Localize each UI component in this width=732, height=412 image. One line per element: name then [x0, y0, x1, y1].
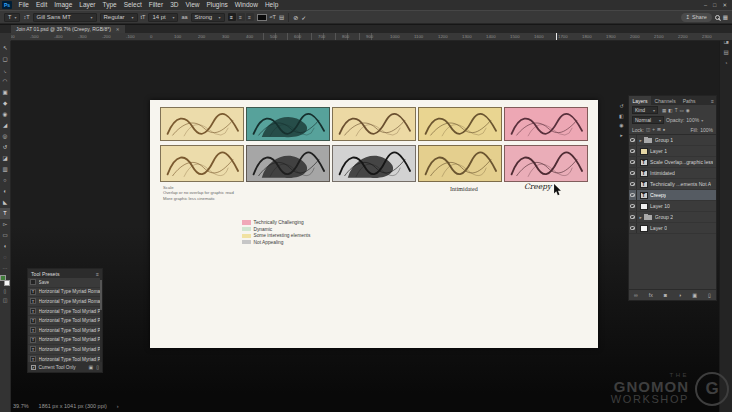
zoom-tool[interactable]: ◌ [0, 252, 10, 263]
collapsed-actions-panel-icon[interactable]: ▸ [620, 132, 623, 138]
current-tool-only-checkbox[interactable]: ✓ [31, 365, 36, 370]
tool-preset-row[interactable]: THorizontal Type Tool Myriad Pro R... [28, 326, 102, 336]
blur-tool[interactable]: ○ [0, 175, 10, 186]
path-selection-tool[interactable]: ▻ [0, 219, 10, 230]
eraser-tool[interactable]: ◪ [0, 153, 10, 164]
visibility-toggle[interactable] [629, 168, 637, 178]
font-size-select[interactable]: 14 pt ▾ [148, 13, 178, 22]
delete-preset-icon[interactable]: ▯ [96, 364, 99, 370]
marquee-tool[interactable]: ▢ [0, 54, 10, 65]
delete-layer-icon[interactable]: ▯ [708, 292, 711, 298]
tool-preset-row[interactable]: Save [28, 278, 102, 288]
dodge-tool[interactable]: ◐ [0, 186, 10, 197]
text-color-swatch[interactable] [257, 14, 267, 21]
zoom-level[interactable]: 39.7% [13, 403, 29, 409]
font-style-select[interactable]: Regular ▾ [100, 13, 138, 22]
status-chevron-icon[interactable]: › [117, 403, 119, 409]
brush-tool[interactable]: ◢ [0, 120, 10, 131]
align-left-button[interactable]: ≡ [228, 13, 236, 21]
menu-view[interactable]: View [182, 0, 203, 10]
layer-filter-select[interactable]: Kind ▾ [632, 106, 658, 114]
workspace-switcher-icon[interactable]: ▦ [723, 14, 728, 20]
menu-select[interactable]: Select [120, 0, 145, 10]
tool-preset-row[interactable]: THorizontal Type Tool Myriad Pro R... [28, 336, 102, 346]
document-canvas[interactable]: ScaleOverlap or no overlap for graphic r… [150, 100, 598, 348]
lock-pixels-icon[interactable]: + [652, 127, 655, 132]
healing-brush-tool[interactable]: ◉ [0, 109, 10, 120]
lock-position-icon[interactable]: ⊞ [657, 127, 661, 132]
new-group-icon[interactable]: ▣ [692, 292, 697, 298]
ruler-origin-corner[interactable] [0, 33, 11, 41]
expand-arrow-icon[interactable]: ▸ [640, 215, 642, 220]
layer-row[interactable]: ▸Group 2 [629, 212, 716, 223]
filter-shape-layers-icon[interactable]: ▭ [680, 108, 684, 113]
sketch-panel-2-1[interactable] [160, 145, 244, 182]
layer-row[interactable]: Layer 1 [629, 146, 716, 157]
panel-menu-icon[interactable]: ≡ [96, 271, 99, 277]
edit-toolbar-icon[interactable]: ⋯ [3, 265, 8, 271]
menu-filter[interactable]: Filter [145, 0, 166, 10]
layer-row[interactable]: Layer 10 [629, 201, 716, 212]
blend-mode-select[interactable]: Normal ▾ [632, 116, 664, 124]
sketch-panel-1-1[interactable] [160, 107, 244, 141]
collapsed-properties-panel-icon[interactable]: ◧ [619, 113, 624, 119]
scrollbar-thumb[interactable] [100, 280, 103, 310]
menu-edit[interactable]: Edit [32, 0, 50, 10]
filter-adjustment-layers-icon[interactable]: ◧ [668, 108, 672, 113]
sketch-panel-1-2[interactable] [246, 107, 330, 141]
collapsed-libraries-panel-icon[interactable]: ◔ [724, 60, 727, 66]
expand-arrow-icon[interactable]: ▸ [640, 138, 642, 143]
color-swatches[interactable] [0, 275, 10, 286]
menu-3d[interactable]: 3D [167, 0, 182, 10]
menu-window[interactable]: Window [231, 0, 261, 10]
sketch-panel-1-4[interactable] [418, 107, 502, 141]
sketch-panel-2-2[interactable] [246, 145, 330, 182]
layer-row[interactable]: TTechnically ...ements Not A [629, 179, 716, 190]
share-button[interactable]: ↥ Share [681, 13, 712, 22]
visibility-toggle[interactable] [629, 212, 637, 222]
lasso-tool[interactable]: ◟ [0, 65, 10, 76]
sketch-panel-2-5[interactable] [504, 145, 588, 182]
tab-paths[interactable]: Paths [679, 96, 699, 105]
visibility-toggle[interactable] [629, 201, 637, 211]
shape-tool[interactable]: ▭ [0, 230, 10, 241]
font-family-select[interactable]: Gill Sans MT ▾ [33, 13, 97, 22]
quick-selection-tool[interactable]: ◠ [0, 76, 10, 87]
menu-layer[interactable]: Layer [76, 0, 99, 10]
quick-mask-icon[interactable]: ▯ [4, 288, 7, 294]
anti-alias-select[interactable]: Strong ▾ [191, 13, 225, 22]
tool-preset-row[interactable]: THorizontal Type Tool Myriad Pro R... [28, 345, 102, 355]
tool-preset-picker[interactable]: T ▾ [4, 13, 20, 22]
collapsed-info-panel-icon[interactable]: ◉ [619, 122, 623, 128]
close-icon[interactable]: ✕ [116, 27, 120, 32]
close-icon[interactable]: ✕ [722, 2, 727, 8]
sketch-panel-1-3[interactable] [332, 107, 416, 141]
maximize-icon[interactable]: □ [713, 2, 716, 8]
hand-tool[interactable]: ◖ [0, 241, 10, 252]
screen-mode-icon[interactable]: ◫ [3, 297, 8, 303]
type-tool[interactable]: T [0, 208, 10, 219]
menu-help[interactable]: Help [261, 0, 281, 10]
visibility-toggle[interactable] [629, 179, 637, 189]
align-center-button[interactable]: ≡ [237, 13, 245, 21]
tool-preset-row[interactable]: THorizontal Type Tool Myriad Pro R... [28, 316, 102, 326]
document-tab[interactable]: Join AT 01.psd @ 39.7% (Creepy, RGB/8*) … [11, 25, 125, 33]
minimize-icon[interactable]: – [704, 2, 707, 8]
lock-all-icon[interactable]: ● [663, 127, 666, 132]
filter-type-layers-icon[interactable]: T [675, 108, 678, 113]
layer-row[interactable]: TIntimidated [629, 168, 716, 179]
foreground-color-swatch[interactable] [0, 275, 6, 281]
menu-file[interactable]: File [15, 0, 32, 10]
sketch-panel-2-3[interactable] [332, 145, 416, 182]
cancel-edits-button[interactable]: ⊘ [293, 14, 298, 21]
crop-tool[interactable]: ▣ [0, 87, 10, 98]
history-brush-tool[interactable]: ↺ [0, 142, 10, 153]
tool-preset-row[interactable]: THorizontal Type Tool Myriad Pro R... [28, 307, 102, 317]
move-tool[interactable]: ↖ [0, 43, 10, 54]
adjustment-layer-icon[interactable]: ◑ [678, 292, 681, 298]
commit-edits-button[interactable]: ✓ [301, 14, 306, 21]
scrollbar[interactable] [100, 278, 103, 362]
visibility-toggle[interactable] [629, 190, 637, 200]
menu-plugins[interactable]: Plugins [203, 0, 231, 10]
tab-layers[interactable]: Layers [629, 96, 651, 105]
